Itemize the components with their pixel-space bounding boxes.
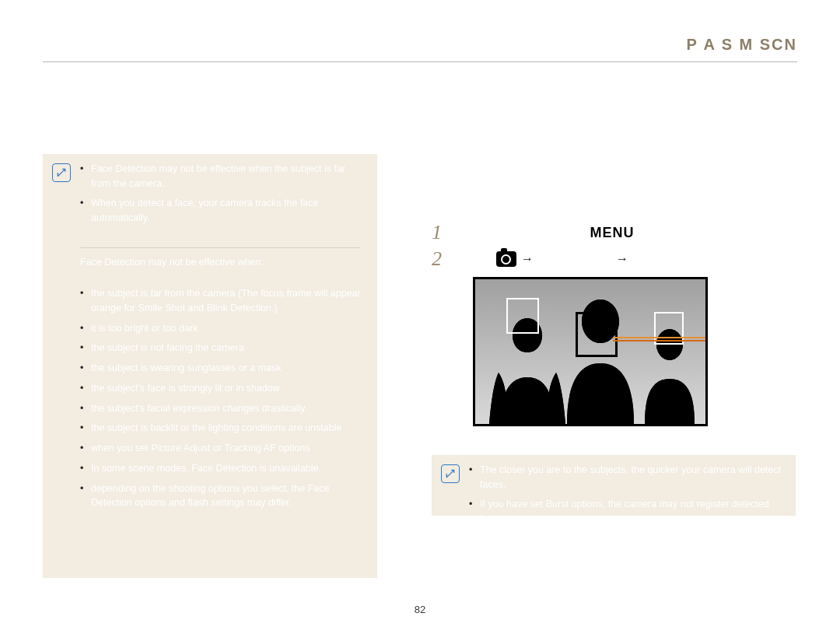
- footer-category: Shooting options: [43, 615, 118, 627]
- callout-line: [613, 337, 708, 352]
- note-box-left: Face Detection may not be effective when…: [43, 154, 377, 578]
- note-icon: [52, 163, 71, 182]
- mode-indicator: P A S M SCN: [687, 36, 797, 54]
- divider: [80, 247, 360, 248]
- note-item: depending on the shooting options you se…: [80, 482, 368, 511]
- note-top-item: Face Detection may not be effective when…: [80, 162, 364, 192]
- note-item: If you have set Burst options, the camer…: [469, 497, 784, 527]
- note-right-list: The closer you are to the subjects, the …: [469, 463, 784, 531]
- note-item: The closer you are to the subjects, the …: [469, 463, 784, 493]
- step-1: 1 In Shooting mode, press [ MENU ].: [432, 221, 645, 244]
- note-item: the subject's face is strongly lit or in…: [80, 381, 368, 396]
- note-item: the subject is far from the camera (The …: [80, 286, 368, 316]
- note-top-item: When you detect a face, your camera trac…: [80, 196, 364, 226]
- step-2: 2 Select → Face Detection → Normal .: [432, 247, 676, 271]
- section-heading: Detecting faces: [432, 152, 535, 169]
- focus-frame-gray: [506, 298, 539, 334]
- callout-line: [613, 340, 708, 342]
- step-number: 2: [432, 247, 446, 271]
- step1-text-post: ].: [639, 226, 646, 239]
- step2-mid2: Normal: [633, 253, 668, 265]
- menu-label: MENU: [590, 225, 635, 241]
- note-item: the subject is not facing the camera: [80, 341, 368, 356]
- arrow-icon: →: [616, 252, 628, 266]
- page-header: Use Face Detection P A S M SCN: [43, 35, 797, 62]
- page-number: 82: [0, 604, 840, 615]
- page-title: Use Face Detection: [43, 35, 186, 53]
- note-lead: Face Detection may not be effective when…: [80, 255, 360, 270]
- step-number: 1: [432, 221, 446, 244]
- manual-page: Use Face Detection P A S M SCN If you us…: [0, 0, 840, 634]
- example-viewfinder: The face nearest the camera or nearest t…: [473, 277, 708, 426]
- note-top-list: Face Detection may not be effective when…: [80, 162, 364, 230]
- note-item: when you set Picture Adjust or Tracking …: [80, 441, 368, 456]
- note-box-right: The closer you are to the subjects, the …: [432, 455, 796, 516]
- note-bottom-list: the subject is far from the camera (The …: [80, 286, 368, 516]
- note-item: it is too bright or too dark: [80, 321, 368, 336]
- note-item: the subject is backlit or the lighting c…: [80, 421, 368, 436]
- step2-post: .: [673, 253, 676, 265]
- note-item: the subject's facial expression changes …: [80, 401, 368, 416]
- intro-paragraph: If you use Face Detection options, your …: [43, 78, 377, 142]
- arrow-icon: →: [521, 252, 534, 266]
- note-icon: [441, 464, 460, 483]
- section-sub: Your camera automatically detects up to …: [432, 174, 749, 186]
- step2-mid1: Face Detection: [538, 253, 611, 265]
- step1-text-pre: In Shooting mode, press [: [461, 226, 586, 239]
- step2-pre: Select: [461, 253, 492, 265]
- focus-frame-white: [576, 312, 618, 357]
- note-item: In some scene modes, Face Detection is u…: [80, 461, 368, 476]
- note-item: the subject is wearing sunglasses or a m…: [80, 361, 368, 376]
- camera-icon: [496, 251, 516, 267]
